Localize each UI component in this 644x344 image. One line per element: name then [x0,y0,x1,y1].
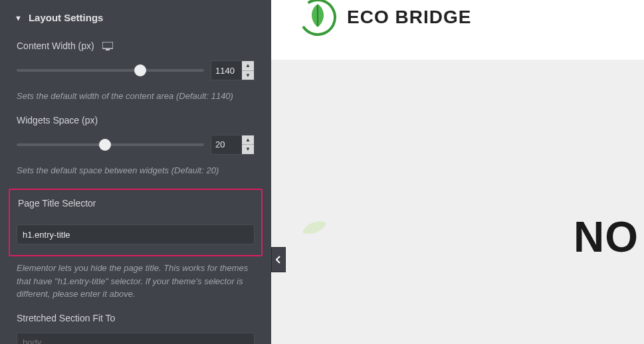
widgets-space-slider[interactable] [17,143,204,146]
collapse-sidebar-button[interactable] [271,247,286,272]
brand-logo: ECO BRIDGE [298,0,471,37]
hero-headline: NO [574,213,639,262]
svg-rect-0 [102,42,113,48]
hero-section: NO [271,60,644,344]
chevron-down-icon: ▼ [15,14,22,22]
preview-pane: ECO BRIDGE NO [271,0,644,344]
section-header[interactable]: ▼ Layout Settings [0,0,271,35]
widgets-space-label: Widgets Space (px) [17,115,98,126]
content-width-hint: Sets the default width of the content ar… [17,90,255,103]
page-title-selector-group: Page Title Selector [9,189,263,256]
content-width-slider[interactable] [17,69,204,72]
stretched-input[interactable] [17,333,255,345]
widgets-space-group: Widgets Space (px) 20 ▲▼ Sets the defaul… [17,115,255,177]
content-width-group: Content Width (px) 1140 ▲▼ Sets the defa… [17,41,255,103]
widgets-space-hint: Sets the default space between widgets (… [17,164,255,177]
widgets-space-input[interactable]: 20 ▲▼ [211,135,255,155]
leaf-decoration-icon [301,219,328,236]
page-title-hint: Elementor lets you hide the page title. … [17,262,255,301]
content-width-input[interactable]: 1140 ▲▼ [211,60,255,80]
chevron-left-icon [276,256,281,264]
page-title-input[interactable] [17,224,255,244]
settings-sidebar: ▼ Layout Settings Content Width (px) 114… [0,0,271,344]
section-title: Layout Settings [29,12,104,23]
leaf-logo-icon [298,0,338,37]
content-width-stepper[interactable]: ▲▼ [242,61,254,80]
svg-rect-1 [106,49,110,50]
widgets-space-stepper[interactable]: ▲▼ [242,135,254,154]
stretched-label: Stretched Section Fit To [17,313,255,323]
content-width-label: Content Width (px) [17,41,94,51]
desktop-icon[interactable] [102,42,113,50]
brand-text: ECO BRIDGE [347,7,471,28]
page-title-label: Page Title Selector [18,198,96,209]
